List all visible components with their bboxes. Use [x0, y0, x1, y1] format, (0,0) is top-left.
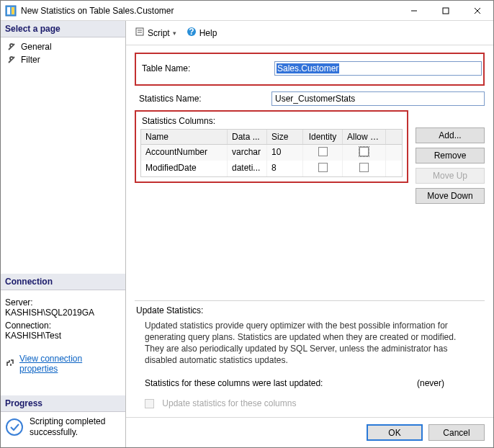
cancel-button[interactable]: Cancel [428, 424, 485, 441]
server-value: KASHISH\SQL2019GA [5, 308, 121, 318]
cell-name: ModifiedDate [141, 161, 228, 176]
table-name-input[interactable]: Sales.Customer [274, 61, 482, 76]
connection-icon [5, 358, 15, 370]
checkbox-icon [318, 163, 328, 172]
view-connection-link[interactable]: View connection properties [19, 354, 121, 374]
last-updated-value: (never) [417, 378, 475, 388]
svg-rect-1 [7, 7, 10, 14]
col-header-size: Size [267, 130, 303, 144]
checkbox-icon [318, 147, 328, 156]
dialog-window: New Statistics on Table Sales.Customer S… [0, 0, 494, 448]
grid-header: Name Data ... Size Identity Allow N... [141, 130, 402, 145]
left-pane: Select a page General Filter Connection … [1, 21, 126, 447]
columns-grid[interactable]: Name Data ... Size Identity Allow N... A… [140, 129, 403, 177]
stats-columns-label: Statistics Columns: [140, 115, 403, 129]
connection-value: KASHISH\Test [5, 331, 121, 341]
maximize-button[interactable] [430, 1, 462, 20]
column-buttons: Add... Remove Move Up Move Down [416, 110, 485, 204]
col-header-identity: Identity [303, 130, 343, 144]
page-item-filter[interactable]: Filter [2, 53, 124, 66]
wrench-icon [6, 55, 17, 65]
stats-name-input[interactable] [271, 91, 485, 106]
col-header-datatype: Data ... [228, 130, 267, 144]
select-page-header: Select a page [1, 21, 125, 37]
chevron-down-icon: ▾ [173, 30, 176, 37]
update-checkbox-row: Update statistics for these columns [135, 393, 485, 413]
script-icon [135, 27, 145, 39]
toolbar: Script ▾ ? Help [126, 21, 493, 45]
app-icon [5, 5, 17, 17]
svg-rect-8 [136, 28, 143, 35]
update-checkbox-label: Update statistics for these columns [162, 398, 296, 408]
cell-identity [303, 161, 343, 176]
table-name-label: Table Name: [138, 63, 274, 73]
help-label: Help [199, 28, 217, 38]
cell-size: 8 [267, 161, 303, 176]
connection-info: Server: KASHISH\SQL2019GA Connection: KA… [1, 290, 125, 351]
last-updated-label: Statistics for these columns were last u… [145, 378, 417, 388]
dialog-footer: OK Cancel [126, 417, 493, 447]
remove-button[interactable]: Remove [416, 148, 485, 163]
highlight-stats-columns: Statistics Columns: Name Data ... Size I… [135, 110, 408, 183]
stats-name-label: Statistics Name: [135, 94, 271, 104]
add-button[interactable]: Add... [416, 127, 485, 143]
cell-allownulls [343, 145, 386, 161]
wrench-icon [6, 42, 17, 52]
help-icon: ? [187, 27, 197, 39]
right-pane: Script ▾ ? Help Table Name: Sales.Custom… [126, 21, 493, 447]
progress-text: Scripting completed successfully. [30, 416, 121, 437]
svg-point-7 [6, 419, 22, 435]
move-up-button: Move Up [416, 168, 485, 184]
cell-name: AccountNumber [141, 145, 228, 161]
section-divider [135, 300, 485, 301]
ok-button[interactable]: OK [367, 424, 423, 441]
last-updated-row: Statistics for these columns were last u… [135, 374, 485, 393]
cell-allownulls [343, 161, 386, 176]
svg-rect-4 [443, 8, 449, 14]
script-label: Script [148, 28, 170, 38]
highlight-table-name: Table Name: Sales.Customer [135, 53, 485, 86]
checkbox-icon [359, 147, 369, 156]
page-item-general[interactable]: General [2, 40, 124, 53]
page-label: General [21, 42, 52, 52]
col-header-allownulls: Allow N... [343, 130, 386, 144]
connection-label: Connection: [5, 321, 121, 331]
checkbox-icon [359, 163, 369, 172]
update-stats-header: Update Statistics: [135, 305, 485, 320]
grid-row[interactable]: AccountNumber varchar 10 [141, 145, 402, 161]
cell-size: 10 [267, 145, 303, 161]
update-stats-description: Updated statistics provide query optimiz… [135, 320, 485, 374]
svg-text:?: ? [189, 27, 194, 37]
check-circle-icon [5, 418, 24, 436]
svg-rect-2 [12, 7, 14, 14]
cell-identity [303, 145, 343, 161]
script-button[interactable]: Script ▾ [132, 25, 179, 40]
titlebar: New Statistics on Table Sales.Customer [1, 1, 493, 21]
help-button[interactable]: ? Help [184, 25, 220, 40]
cell-datatype: varchar [228, 145, 267, 161]
move-down-button[interactable]: Move Down [416, 188, 485, 204]
grid-row[interactable]: ModifiedDate dateti... 8 [141, 161, 402, 176]
progress-header: Progress [1, 395, 125, 412]
connection-header: Connection [1, 274, 125, 290]
window-title: New Statistics on Table Sales.Customer [21, 6, 398, 16]
close-button[interactable] [462, 1, 493, 20]
col-header-name: Name [141, 130, 228, 144]
minimize-button[interactable] [398, 1, 430, 20]
table-name-value: Sales.Customer [277, 63, 339, 73]
server-label: Server: [5, 297, 121, 308]
cell-datatype: dateti... [228, 161, 267, 176]
progress-status: Scripting completed successfully. [1, 412, 125, 447]
checkbox-disabled-icon [145, 399, 154, 408]
page-label: Filter [21, 55, 40, 65]
